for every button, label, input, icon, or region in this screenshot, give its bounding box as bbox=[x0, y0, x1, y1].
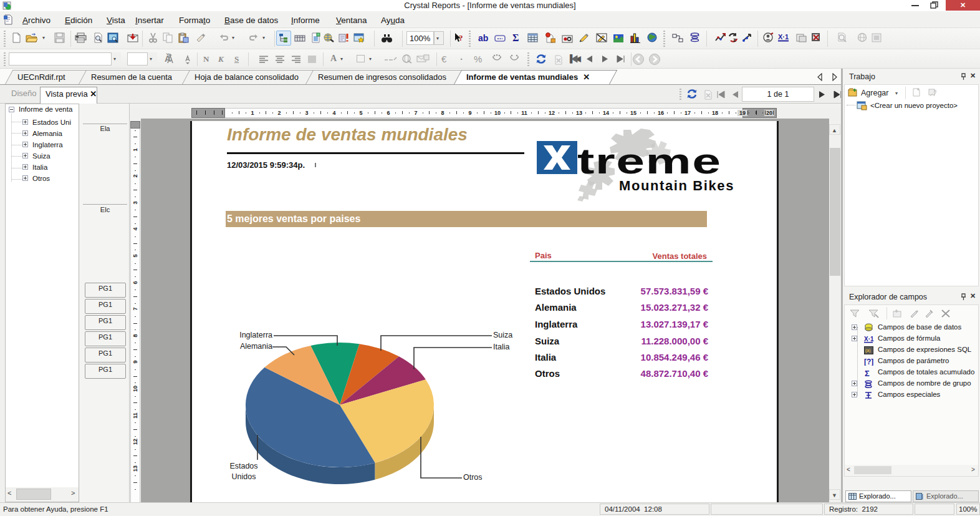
svg-text:(a): (a) bbox=[865, 348, 871, 353]
svg-text:[?]: [?] bbox=[864, 358, 873, 366]
svg-text:X·1: X·1 bbox=[864, 336, 874, 343]
svg-text:Σ: Σ bbox=[865, 369, 870, 377]
svg-text:✕: ✕ bbox=[933, 89, 937, 93]
